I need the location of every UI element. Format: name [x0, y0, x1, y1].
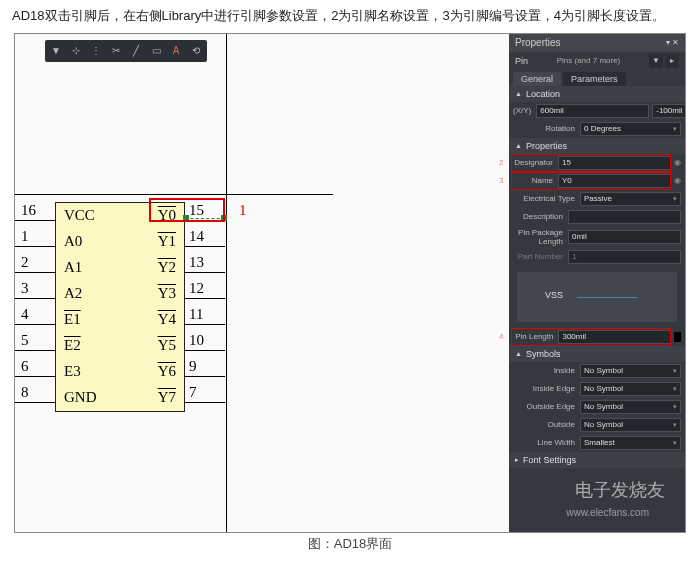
section-location[interactable]: ▲Location	[509, 86, 685, 102]
row-pinlen: 4 Pin Length	[509, 328, 685, 346]
chip-label-y5: Y5	[158, 337, 176, 354]
anno-2: 2	[499, 158, 503, 167]
object-count: Pins (and 7 more)	[557, 56, 621, 65]
inedge-select[interactable]: No Symbol	[580, 382, 681, 396]
watermark-url: www.elecfans.com	[566, 507, 649, 518]
row-inedge: Inside EdgeNo Symbol	[509, 380, 685, 398]
xy-label: (X/Y)	[513, 106, 533, 115]
snap-icon[interactable]: ⋮	[89, 44, 103, 58]
pin-12[interactable]: 12	[175, 280, 255, 306]
panel-tabs: General Parameters	[509, 70, 685, 86]
row-xy: (X/Y)	[509, 102, 685, 120]
description-input[interactable]	[568, 210, 681, 224]
rotation-select[interactable]: 0 Degrees	[580, 122, 681, 136]
main-editor: ▼ ⊹ ⋮ ✂ ╱ ▭ A ⟲ 1 VCC A0 A1 A2 E1 E2 E3 …	[14, 33, 686, 533]
pkglen-label: Pin Package Length	[513, 228, 565, 246]
row-linew: Line WidthSmallest	[509, 434, 685, 452]
object-type: Pin	[515, 56, 528, 66]
pin-10[interactable]: 10	[175, 332, 255, 358]
row-electrical: Electrical Type Passive	[509, 190, 685, 208]
x-input[interactable]	[536, 104, 649, 118]
tab-parameters[interactable]: Parameters	[563, 72, 626, 86]
section-font[interactable]: ▸Font Settings	[509, 452, 685, 468]
row-designator: 2 Designator ◉	[509, 154, 685, 172]
pin-14[interactable]: 14	[175, 228, 255, 254]
chip-label-y1: Y1	[158, 233, 176, 250]
chip-label-y4: Y4	[158, 311, 176, 328]
intro-text: AD18双击引脚后，在右侧Library中进行引脚参数设置，2为引脚名称设置，3…	[0, 0, 700, 31]
row-name: 3 Name ◉	[509, 172, 685, 190]
partnum-input[interactable]	[568, 250, 681, 264]
outside-select[interactable]: No Symbol	[580, 418, 681, 432]
chip-body[interactable]: VCC A0 A1 A2 E1 E2 E3 GND Y0 Y1 Y2 Y3 Y4…	[55, 202, 185, 412]
chip-label-gnd: GND	[64, 389, 97, 406]
chip-label-y2: Y2	[158, 259, 176, 276]
chip-label-a2: A2	[64, 285, 82, 302]
row-partnum: Part Number	[509, 248, 685, 266]
section-symbols[interactable]: ▲Symbols	[509, 346, 685, 362]
chip-label-y3: Y3	[158, 285, 176, 302]
schematic-canvas[interactable]: ▼ ⊹ ⋮ ✂ ╱ ▭ A ⟲ 1 VCC A0 A1 A2 E1 E2 E3 …	[15, 34, 509, 532]
pin-9[interactable]: 9	[175, 358, 255, 384]
row-pkglen: Pin Package Length	[509, 226, 685, 248]
anno-3: 3	[499, 176, 503, 185]
chip-label-a0: A0	[64, 233, 82, 250]
annotation-1-label: 1	[239, 202, 247, 219]
watermark: 电子发烧友	[575, 478, 665, 502]
filter-icon[interactable]: ▼	[49, 44, 63, 58]
canvas-toolbar: ▼ ⊹ ⋮ ✂ ╱ ▭ A ⟲	[45, 40, 207, 62]
pinlen-label: Pin Length	[513, 332, 555, 341]
electrical-select[interactable]: Passive	[580, 192, 681, 206]
row-rotation: Rotation 0 Degrees	[509, 120, 685, 138]
row-inside: InsideNo Symbol	[509, 362, 685, 380]
text-icon[interactable]: A	[169, 44, 183, 58]
row-description: Description	[509, 208, 685, 226]
cut-icon[interactable]: ✂	[109, 44, 123, 58]
name-label: Name	[513, 176, 555, 185]
panel-titlebar[interactable]: Properties ▾ ✕	[509, 34, 685, 52]
pin-7[interactable]: 7	[175, 384, 255, 410]
properties-panel: Properties ▾ ✕ Pin Pins (and 7 more) ▼▸ …	[509, 34, 685, 532]
row-outside: OutsideNo Symbol	[509, 416, 685, 434]
description-label: Description	[513, 212, 565, 221]
name-input[interactable]	[558, 174, 671, 188]
move-icon[interactable]: ⊹	[69, 44, 83, 58]
linew-select[interactable]: Smallest	[580, 436, 681, 450]
object-row: Pin Pins (and 7 more) ▼▸	[509, 52, 685, 70]
row-outedge: Outside EdgeNo Symbol	[509, 398, 685, 416]
rect-icon[interactable]: ▭	[149, 44, 163, 58]
chip-label-e1: E1	[64, 311, 81, 328]
annotation-1-box	[149, 198, 225, 222]
outedge-select[interactable]: No Symbol	[580, 400, 681, 414]
chip-label-y7: Y7	[158, 389, 176, 406]
right-pins: 15 14 13 12 11 10 9 7	[175, 202, 255, 410]
pin-11[interactable]: 11	[175, 306, 255, 332]
pin-preview: VSS	[517, 272, 677, 322]
preview-label: VSS	[545, 290, 563, 300]
y-input[interactable]	[652, 104, 686, 118]
crosshair-h	[15, 194, 333, 195]
name-visible-icon[interactable]: ◉	[674, 176, 681, 185]
chip-label-e2: E2	[64, 337, 81, 354]
section-properties[interactable]: ▲Properties	[509, 138, 685, 154]
electrical-label: Electrical Type	[513, 194, 577, 203]
designator-input[interactable]	[558, 156, 671, 170]
pinlen-color-icon[interactable]	[674, 332, 681, 342]
tab-general[interactable]: General	[513, 72, 561, 86]
more-button[interactable]: ▸	[665, 54, 679, 68]
line-icon[interactable]: ╱	[129, 44, 143, 58]
pin-13[interactable]: 13	[175, 254, 255, 280]
undo-icon[interactable]: ⟲	[189, 44, 203, 58]
filter-button[interactable]: ▼	[649, 54, 663, 68]
designator-visible-icon[interactable]: ◉	[674, 158, 681, 167]
pinlen-input[interactable]	[558, 330, 671, 344]
designator-label: Designator	[513, 158, 555, 167]
pkglen-input[interactable]	[568, 230, 681, 244]
figure-caption: 图：AD18界面	[0, 535, 700, 553]
preview-line-icon	[577, 297, 637, 298]
chip-label-a1: A1	[64, 259, 82, 276]
chip-label-e3: E3	[64, 363, 81, 380]
crosshair-v	[226, 34, 227, 532]
anno-4: 4	[499, 332, 503, 341]
inside-select[interactable]: No Symbol	[580, 364, 681, 378]
